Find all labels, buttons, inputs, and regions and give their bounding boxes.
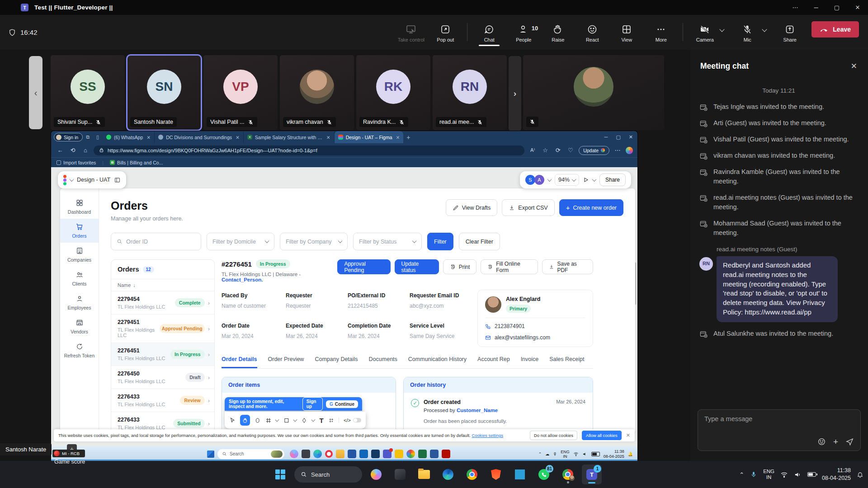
figma-signup-button[interactable]: Sign up (302, 397, 323, 411)
order-row[interactable]: 2276433TL Flex Holdings LLC Review› (111, 389, 214, 412)
browser-signin-button[interactable]: Sign in (54, 133, 83, 141)
participant-tile[interactable]: VP Vishal Patil ... (203, 55, 278, 130)
participant-tile[interactable]: vikram chavan (280, 55, 354, 130)
edge-button[interactable] (438, 465, 458, 484)
bookmark-bills[interactable]: BBills | Billing and Co... (110, 160, 163, 165)
tray-mic-muted-icon[interactable]: 🎙 (553, 452, 557, 456)
send-icon[interactable] (845, 437, 854, 446)
tab-close-icon[interactable]: ✕ (146, 135, 151, 140)
figma-doc-title[interactable]: Design - UAT (77, 177, 110, 183)
tab-sales-receipt[interactable]: Sales Receipt (549, 356, 584, 368)
move-cursor-icon[interactable] (229, 417, 236, 424)
view-drafts-button[interactable]: View Drafts (446, 199, 498, 216)
read-aloud-icon[interactable]: A⁾ (528, 147, 537, 153)
customer-name-link[interactable]: Customer_Name (457, 408, 498, 413)
react-button[interactable]: React (577, 21, 608, 42)
pop-out-button[interactable]: Pop out (430, 21, 461, 42)
people-button[interactable]: 10 People (508, 21, 539, 42)
shared-clock[interactable]: 11:3808-04-2025 (604, 449, 624, 459)
taskbar-clock[interactable]: 11:3808-04-2025 (822, 467, 851, 482)
settings-more-icon[interactable]: ⋯ (613, 147, 622, 154)
collaborator-avatar[interactable]: A (534, 175, 544, 185)
history-icon[interactable]: ⟳ (553, 147, 562, 154)
present-play-icon[interactable] (583, 177, 589, 183)
window-more-icon[interactable]: ⋯ (785, 0, 806, 15)
name-column-header[interactable]: Name (118, 282, 131, 288)
export-csv-button[interactable]: Export CSV (502, 199, 554, 216)
wifi-icon[interactable] (780, 471, 788, 479)
present-chevron-icon[interactable] (592, 177, 597, 182)
contact-email[interactable]: alex@vstatefilings.com (495, 334, 550, 341)
mic-button[interactable]: Mic (732, 21, 763, 42)
new-tab-icon[interactable]: + (403, 134, 413, 141)
tab-documents[interactable]: Documents (369, 356, 397, 368)
calculator-icon[interactable] (348, 450, 356, 458)
tray-mic-icon[interactable] (750, 471, 757, 478)
share-button[interactable]: Share (774, 21, 805, 42)
chrome-profile-button[interactable] (558, 465, 578, 484)
browser-tab-active[interactable]: Design - UAT – Figma✕ (335, 131, 404, 143)
browser-minimize-icon[interactable]: ─ (604, 134, 608, 140)
home-icon[interactable]: ⌂ (81, 147, 90, 154)
favorite-star-icon[interactable]: ☆ (541, 147, 550, 154)
participant-tile-large[interactable] (523, 55, 664, 130)
hand-tool-icon[interactable] (240, 415, 250, 426)
tab-company-details[interactable]: Company Details (315, 356, 358, 368)
domicile-filter-select[interactable]: Filter by Domicile (207, 233, 274, 250)
status-filter-select[interactable]: Filter by Status (353, 233, 422, 250)
figma-share-button[interactable]: Share (599, 174, 626, 186)
pen-tool-icon[interactable] (301, 417, 307, 424)
google-continue-button[interactable]: GContinue (326, 400, 358, 408)
file-explorer-button[interactable] (414, 465, 434, 484)
browser-update-button[interactable]: Update (579, 146, 609, 155)
more-button[interactable]: More (646, 21, 676, 42)
participant-tile[interactable]: RN read.ai mee... (433, 55, 507, 130)
sort-icon[interactable]: ↓ (133, 282, 136, 288)
zoom-control[interactable]: 94% (555, 174, 579, 186)
approval-pending-button[interactable]: Approval Pending (337, 259, 390, 274)
tab-close-icon[interactable]: ✕ (326, 135, 330, 140)
order-id-input[interactable]: Order ID (111, 233, 201, 250)
contact-person-link[interactable]: Contact_Person. (222, 277, 263, 282)
fill-online-form-button[interactable]: Fill Online Form (481, 259, 538, 274)
emoji-icon[interactable] (817, 437, 826, 446)
order-row-selected[interactable]: 2276451TL Flex Holdings LLC In Progress› (111, 343, 214, 366)
resources-tool-icon[interactable] (328, 417, 335, 424)
game-score-widget[interactable]: MI - RCB Game score (52, 450, 85, 465)
participant-tile[interactable]: SS Shivani Sup... (51, 55, 125, 130)
vscode-button[interactable] (510, 465, 530, 484)
collections-icon[interactable]: ♡ (566, 147, 575, 154)
collaborators-chevron-icon[interactable] (547, 177, 552, 182)
tab-close-icon[interactable]: ✕ (396, 135, 400, 140)
print-button[interactable]: Print (443, 259, 477, 274)
save-as-pdf-button[interactable]: Save as PDF (542, 259, 593, 274)
window-close-icon[interactable]: ✕ (847, 0, 868, 15)
opera-icon[interactable] (325, 450, 333, 458)
chrome-button[interactable] (462, 465, 482, 484)
chrome-icon[interactable] (406, 450, 415, 458)
battery-icon[interactable] (807, 472, 816, 477)
shape-tool-icon[interactable] (283, 417, 290, 424)
attach-plus-icon[interactable]: + (833, 437, 838, 446)
bookmark-import[interactable]: Import favorites (57, 160, 96, 165)
sidebar-item-companies[interactable]: Companies (60, 243, 99, 267)
start-button[interactable] (270, 465, 290, 484)
teams-icon[interactable] (383, 450, 392, 458)
notifications-icon[interactable]: 🔔 (628, 452, 633, 456)
cookie-close-icon[interactable]: ✕ (626, 432, 630, 438)
allow-cookies-button[interactable]: Allow all cookies (582, 431, 622, 440)
mic-dropdown-icon[interactable] (762, 27, 767, 32)
acrobat-icon[interactable] (442, 450, 450, 458)
filter-button[interactable]: Filter (427, 233, 453, 250)
figma-menu-chevron-icon[interactable] (70, 177, 74, 182)
order-row[interactable]: 2279451TL Flex Holdings LLC Approval Pen… (111, 314, 214, 343)
tab-order-details[interactable]: Order Details (222, 356, 257, 368)
tab-order-preview[interactable]: Order Preview (268, 356, 304, 368)
onenote-icon[interactable] (371, 450, 380, 458)
next-participants-icon[interactable]: › (509, 56, 521, 131)
order-row[interactable]: 2276450TL Flex Holdings LLC Draft› (111, 366, 214, 389)
volume-icon[interactable] (582, 451, 588, 457)
previous-participants-icon[interactable]: ‹ (29, 56, 42, 129)
browser-tab[interactable]: XSample Salary Structure with calc✕ (244, 131, 335, 143)
back-icon[interactable]: ← (56, 147, 65, 154)
